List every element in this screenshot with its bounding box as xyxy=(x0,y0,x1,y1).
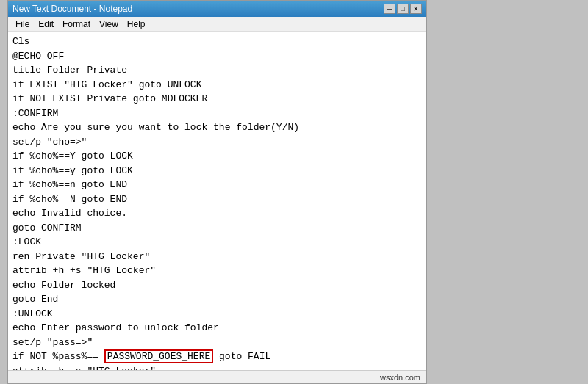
editor-line: set/p "pass=>" xyxy=(12,337,93,348)
editor-content[interactable]: Cls @ECHO OFF title Folder Private if EX… xyxy=(12,35,422,370)
editor-line: :LOCK xyxy=(12,236,41,247)
window-title: New Text Document - Notepad xyxy=(12,4,132,14)
close-button[interactable]: ✕ xyxy=(410,4,422,14)
editor-line: if EXIST "HTG Locker" goto UNLOCK xyxy=(12,79,201,90)
editor-line: attrib -h -s "HTG Locker" xyxy=(12,366,156,371)
editor-line: title Folder Private xyxy=(12,65,127,76)
menu-view[interactable]: View xyxy=(95,18,123,30)
editor-line: if NOT %pass%== PASSWORD_GOES_HERE goto … xyxy=(12,349,270,363)
title-bar: New Text Document - Notepad ─ □ ✕ xyxy=(8,1,426,17)
menu-help[interactable]: Help xyxy=(123,18,150,30)
editor-line: goto End xyxy=(12,294,58,305)
menu-bar: File Edit Format View Help xyxy=(8,17,426,32)
editor-line: Cls xyxy=(12,36,29,47)
editor-line: echo Invalid choice. xyxy=(12,208,127,219)
editor-line: :UNLOCK xyxy=(12,308,53,319)
editor-area[interactable]: Cls @ECHO OFF title Folder Private if EX… xyxy=(8,32,426,370)
editor-line: echo Are you sure you want to lock the f… xyxy=(12,122,299,133)
editor-line: set/p "cho=>" xyxy=(12,137,87,148)
editor-line: echo Enter password to unlock folder xyxy=(12,322,219,333)
notepad-window: New Text Document - Notepad ─ □ ✕ File E… xyxy=(7,0,427,384)
editor-line: if %cho%==n goto END xyxy=(12,179,127,190)
menu-format[interactable]: Format xyxy=(58,18,95,30)
editor-line: if %cho%==y goto LOCK xyxy=(12,165,133,176)
editor-line: @ECHO OFF xyxy=(12,51,64,62)
editor-line: if NOT EXIST Private goto MDLOCKER xyxy=(12,93,207,104)
window-controls: ─ □ ✕ xyxy=(384,4,422,14)
editor-line: attrib +h +s "HTG Locker" xyxy=(12,265,156,276)
editor-line: :CONFIRM xyxy=(12,108,58,119)
password-highlight: PASSWORD_GOES_HERE xyxy=(104,349,213,363)
status-text: wsxdn.com xyxy=(380,373,420,382)
minimize-button[interactable]: ─ xyxy=(384,4,395,14)
editor-line: if %cho%==Y goto LOCK xyxy=(12,151,133,162)
editor-line: echo Folder locked xyxy=(12,280,115,291)
editor-line: ren Private "HTG Locker" xyxy=(12,251,150,262)
status-bar: wsxdn.com xyxy=(8,370,426,383)
editor-line: if %cho%==N goto END xyxy=(12,194,127,205)
menu-file[interactable]: File xyxy=(11,18,34,30)
menu-edit[interactable]: Edit xyxy=(34,18,58,30)
maximize-button[interactable]: □ xyxy=(397,4,409,14)
editor-line: goto CONFIRM xyxy=(12,222,82,233)
